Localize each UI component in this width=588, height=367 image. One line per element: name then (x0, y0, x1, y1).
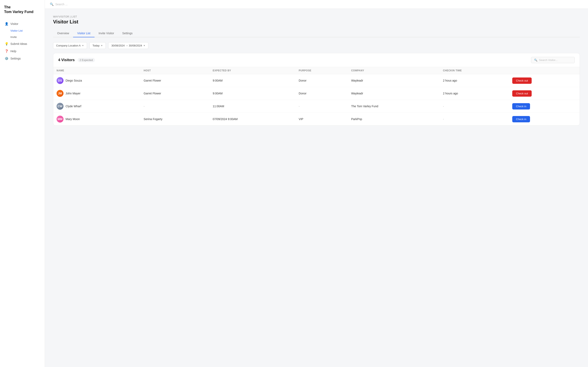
cell-checkin-time: 2 hous ago (440, 74, 509, 87)
col-expected-by: Expected by (209, 67, 295, 74)
col-name: Name (53, 67, 140, 74)
sidebar-item-visitor-label: Visitor (10, 22, 18, 25)
cell-name: DS Diego Souza (53, 74, 140, 87)
table-body: DS Diego Souza Garret Flower 9:00AM Dono… (53, 74, 580, 125)
avatar: MM (57, 116, 63, 123)
search-icon: 🔍 (50, 2, 54, 6)
cell-company: Wayleadr (348, 87, 440, 100)
filter-period-value: Today (93, 44, 100, 47)
cell-name: MM Mary Moon (53, 113, 140, 125)
submit-ideas-icon: 💡 (5, 42, 8, 46)
cell-host: Garret Flower (140, 74, 209, 87)
tab-overview[interactable]: Overview (53, 30, 73, 37)
topbar-search-container: 🔍 (50, 2, 112, 6)
tab-invite-visitor[interactable]: Invite Visitor (95, 30, 118, 37)
filter-date-range-value: 30/08/2024 → 30/08/2024 (111, 44, 142, 47)
sidebar-item-help[interactable]: ❓ Help (0, 48, 45, 55)
col-host: Host (140, 67, 209, 74)
sidebar-item-visitor[interactable]: 👤 Visitor (0, 20, 45, 27)
checkin-button[interactable]: Check in (512, 103, 530, 109)
visitor-table-card: 4 Visitors 2 Expected 🔍 Name Host Expect… (53, 53, 580, 125)
cell-action: Check in (509, 113, 580, 125)
table-head: Name Host Expected by Purpose Company Ch… (53, 67, 580, 74)
search-icon: 🔍 (534, 58, 537, 62)
visitor-name: John Mayer (66, 92, 80, 95)
cell-name: CW Clyde Wharf (53, 100, 140, 113)
visitors-count: 4 Visitors (58, 58, 75, 62)
search-input[interactable] (55, 3, 112, 6)
visitor-name: Mary Moon (66, 117, 80, 121)
cell-expected-by: 9:00AM (209, 87, 295, 100)
cell-host: Garret Flower (140, 87, 209, 100)
avatar: CW (57, 103, 63, 110)
filter-period[interactable]: Today ▼ (89, 42, 106, 49)
cell-host: - (140, 100, 209, 113)
checkout-button[interactable]: Check out (512, 77, 532, 84)
cell-company: ParkPnp (348, 113, 440, 125)
sidebar-item-invite-label: Invite (10, 35, 17, 39)
cell-action: Check in (509, 100, 580, 113)
filter-location-value: Company Location A (56, 44, 81, 47)
breadcrumb: WAYVISITOR | List (53, 15, 580, 18)
expected-badge: 2 Expected (78, 58, 95, 62)
table-row: CW Clyde Wharf - 11:00AM - The Tom Varle… (53, 100, 580, 113)
filter-location[interactable]: Company Location A ▼ (53, 42, 87, 49)
cell-purpose: - (295, 100, 348, 113)
visitor-name: Diego Souza (66, 79, 82, 82)
sidebar-item-submit-ideas[interactable]: 💡 Submit Ideas (0, 40, 45, 48)
table-header-left: 4 Visitors 2 Expected (58, 58, 95, 62)
col-company: Company (348, 67, 440, 74)
sidebar-item-visitor-list[interactable]: Visitor List (0, 27, 45, 34)
tab-visitor-list[interactable]: Visitor List (73, 30, 94, 37)
checkout-button[interactable]: Check out (512, 90, 532, 97)
chevron-down-icon: ▼ (82, 44, 84, 47)
sidebar-item-invite[interactable]: Invite (0, 34, 45, 40)
col-purpose: Purpose (295, 67, 348, 74)
table-row: DS Diego Souza Garret Flower 9:00AM Dono… (53, 74, 580, 87)
filters-container: Company Location A ▼ Today ▼ 30/08/2024 … (53, 42, 580, 49)
cell-purpose: Donor (295, 87, 348, 100)
table-header: 4 Visitors 2 Expected 🔍 (53, 53, 580, 67)
sidebar-item-help-label: Help (10, 50, 16, 53)
sidebar-item-settings[interactable]: ⚙️ Settings (0, 55, 45, 62)
cell-checkin-time: - (440, 113, 509, 125)
cell-name: JM John Mayer (53, 87, 140, 100)
chevron-down-icon: ▼ (143, 44, 145, 47)
cell-action: Check out (509, 87, 580, 100)
filter-date-range[interactable]: 30/08/2024 → 30/08/2024 ▼ (108, 42, 148, 49)
visitor-name: Clyde Wharf (66, 105, 81, 108)
table-row: JM John Mayer Garret Flower 9:00AM Donor… (53, 87, 580, 100)
col-checkin-time: Checkin Time (440, 67, 509, 74)
visitor-icon: 👤 (5, 22, 8, 26)
page-title: Visitor List (53, 19, 580, 25)
cell-expected-by: 11:00AM (209, 100, 295, 113)
content-area: WAYVISITOR | List Visitor List Overview … (45, 9, 588, 367)
cell-checkin-time: 2 hours ago (440, 87, 509, 100)
sidebar-item-visitor-list-label: Visitor List (10, 29, 23, 32)
chevron-down-icon: ▼ (101, 44, 103, 47)
cell-expected-by: 9:00AM (209, 74, 295, 87)
checkin-button[interactable]: Check in (512, 116, 530, 122)
sidebar: The Tom Varley Fund 👤 Visitor Visitor Li… (0, 0, 45, 367)
cell-expected-by: 07/09/2024 9:00AM (209, 113, 295, 125)
visitor-search-input[interactable] (539, 58, 572, 62)
topbar: 🔍 (45, 0, 588, 9)
settings-icon: ⚙️ (5, 57, 8, 60)
cell-checkin-time: - (440, 100, 509, 113)
avatar: JM (57, 90, 63, 97)
visitor-table: Name Host Expected by Purpose Company Ch… (53, 67, 580, 125)
table-row: MM Mary Moon Serina Fogarty 07/09/2024 9… (53, 113, 580, 125)
sidebar-item-submit-ideas-label: Submit Ideas (10, 42, 27, 45)
col-action (509, 67, 580, 74)
cell-company: Wayleadr (348, 74, 440, 87)
visitor-search-container: 🔍 (531, 57, 575, 63)
cell-host: Serina Fogarty (140, 113, 209, 125)
sidebar-logo: The Tom Varley Fund (0, 5, 45, 20)
tab-settings[interactable]: Settings (118, 30, 137, 37)
main-area: 🔍 WAYVISITOR | List Visitor List Overvie… (45, 0, 588, 367)
tabs-container: Overview Visitor List Invite Visitor Set… (53, 30, 580, 37)
cell-purpose: Donor (295, 74, 348, 87)
help-icon: ❓ (5, 49, 8, 53)
sidebar-item-settings-label: Settings (10, 57, 21, 60)
cell-action: Check out (509, 74, 580, 87)
